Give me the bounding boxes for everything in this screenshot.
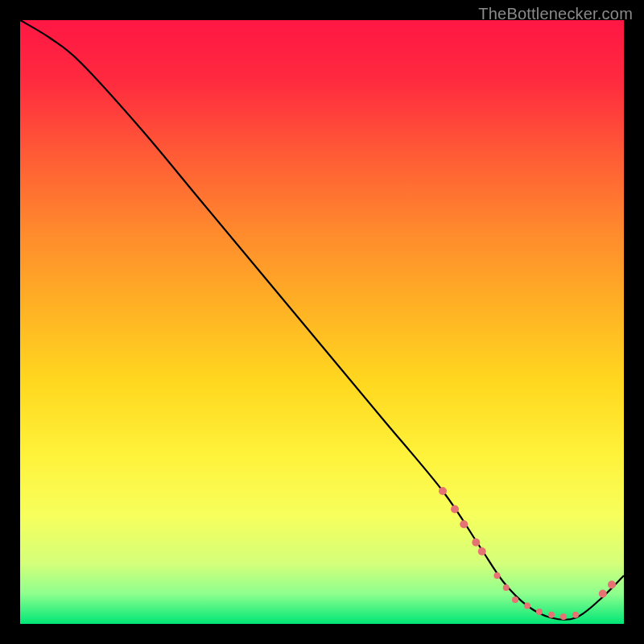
data-point <box>560 613 567 620</box>
data-point <box>439 487 447 495</box>
chart-svg <box>20 20 624 624</box>
data-point <box>512 597 518 603</box>
data-point <box>536 609 543 615</box>
data-point <box>524 603 530 609</box>
data-point <box>472 539 480 547</box>
data-point <box>494 572 501 579</box>
data-point <box>451 506 459 514</box>
data-point <box>548 612 555 618</box>
data-point <box>478 547 486 555</box>
data-point <box>599 590 607 598</box>
data-point <box>460 520 468 528</box>
watermark-text: TheBottlenecker.com <box>478 5 633 23</box>
chart-area <box>20 20 624 624</box>
data-point <box>572 612 579 618</box>
data-point <box>608 580 616 588</box>
data-point <box>503 584 510 591</box>
gradient-background <box>20 20 624 624</box>
